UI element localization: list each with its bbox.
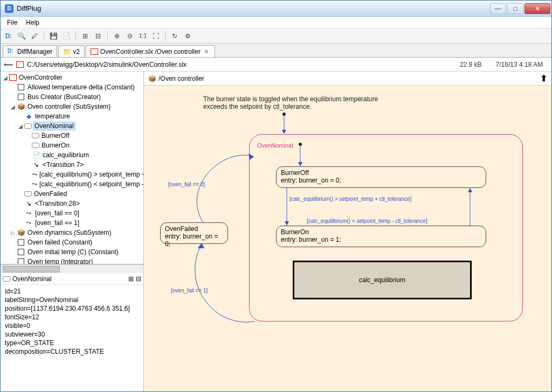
- menu-file[interactable]: File: [3, 18, 22, 27]
- function-icon: 📄: [32, 151, 40, 159]
- state-name: BurnerOn: [281, 228, 481, 236]
- tree-node-selected[interactable]: OvenNominal: [33, 122, 75, 130]
- refresh-icon[interactable]: ↻: [169, 30, 181, 42]
- nav-back-icon[interactable]: ⟸: [4, 61, 13, 68]
- property-row: fontSize=12: [5, 313, 139, 321]
- breadcrumb-path[interactable]: /Oven controller: [156, 75, 204, 82]
- tree-node[interactable]: OvenFailed: [33, 190, 68, 198]
- tree-node[interactable]: temperature: [34, 113, 71, 120]
- tree-node[interactable]: <Transition 7>: [42, 161, 85, 169]
- tree-node[interactable]: Oven dynamics (SubSystem): [26, 229, 112, 236]
- expand-icon[interactable]: ⊞: [128, 275, 134, 283]
- workspace: ◢OvenController Allowed temperature delt…: [1, 72, 551, 392]
- tree-node[interactable]: calc_equilibrium: [42, 151, 90, 159]
- menu-bar: File Help: [1, 17, 551, 29]
- zoom-actual-icon[interactable]: 1:1: [137, 30, 149, 42]
- state-burneron[interactable]: BurnerOn entry: burner_on = 1;: [276, 226, 486, 247]
- transition-label[interactable]: [oven_fail == 0]: [168, 181, 205, 187]
- tree-node[interactable]: Oven failed (Constant): [26, 239, 93, 246]
- wand-icon[interactable]: 🖊: [29, 30, 40, 42]
- zoom-in-icon[interactable]: ⊕: [111, 30, 123, 42]
- tree-node[interactable]: Oven controller (SubSystem): [26, 103, 112, 110]
- minimize-button[interactable]: —: [490, 3, 506, 14]
- state-icon: [3, 276, 10, 282]
- main-toolbar: D: 🔍 🖊 💾 📄 ⊞ ⊟ ⊕ ⊖ 1:1 ⛶ ↻ ⚙: [1, 29, 551, 44]
- block-icon: [17, 248, 25, 256]
- state-name: BurnerOff: [281, 169, 481, 177]
- tree-node[interactable]: [calc_equilibrium() < setpoint_temp - ct…: [38, 180, 143, 188]
- diagram-annotation: The burner state is toggled when the equ…: [203, 95, 378, 110]
- tree-node[interactable]: Bus Creator (BusCreator): [26, 93, 102, 101]
- tab-diffmanager[interactable]: D: DiffManager: [3, 45, 57, 57]
- state-icon: [24, 123, 32, 129]
- tab-ovencontroller[interactable]: OvenController.slx /Oven controller ✕: [86, 45, 215, 57]
- close-button[interactable]: ✕: [525, 3, 550, 14]
- tree-h-scrollbar[interactable]: [1, 264, 143, 273]
- diagram-breadcrumb: 📦 /Oven controller ⬆: [144, 72, 551, 86]
- property-row: decomposition=CLUSTER_STATE: [5, 347, 139, 356]
- zoom-fit-icon[interactable]: ⛶: [150, 30, 162, 42]
- state-icon: [32, 133, 39, 138]
- state-name: OvenFailed: [165, 225, 223, 233]
- state-ovenfailed[interactable]: OvenFailed entry: burner_on = 0;: [160, 222, 228, 244]
- tree-node[interactable]: Allowed temperature delta (Constant): [26, 83, 136, 91]
- subsystem-icon: 📦: [17, 103, 25, 110]
- file-date: 7/16/13 4:18 AM: [491, 61, 548, 68]
- property-row: position=[1137.6194 230.4763 456.6 351.6…: [5, 304, 139, 313]
- collapse-icon[interactable]: ⊟: [92, 30, 104, 42]
- transition-icon: ⤳: [32, 171, 37, 178]
- model-tree[interactable]: ◢OvenController Allowed temperature delt…: [1, 72, 143, 264]
- expand-icon[interactable]: ⊞: [79, 30, 91, 42]
- window-title: DiffPlug: [17, 4, 490, 12]
- state-icon: [32, 143, 39, 148]
- save-icon[interactable]: 💾: [47, 30, 59, 42]
- tree-node[interactable]: [calc_equilibrium() > setpoint_temp + ct…: [38, 171, 143, 178]
- collapse-icon[interactable]: ⊟: [136, 275, 141, 283]
- left-panel: ◢OvenController Allowed temperature delt…: [1, 72, 144, 392]
- tree-node[interactable]: [oven_fail == 0]: [34, 209, 80, 217]
- transition-label[interactable]: [oven_fail == 1]: [171, 288, 208, 293]
- maximize-button[interactable]: □: [507, 3, 523, 14]
- tree-node[interactable]: BurnerOn: [40, 142, 71, 149]
- tab-label: v2: [73, 48, 80, 55]
- state-burneroff[interactable]: BurnerOff entry: burner_on = 0;: [276, 166, 486, 188]
- navigate-up-icon[interactable]: ⬆: [540, 73, 547, 83]
- property-row: subviewer=30: [5, 330, 139, 339]
- tree-node[interactable]: <Transition 28>: [34, 200, 81, 207]
- block-icon: [17, 239, 25, 246]
- properties-list[interactable]: id=21 labelString=OvenNominal position=[…: [1, 285, 143, 392]
- tree-node[interactable]: BurnerOff: [40, 132, 71, 139]
- diffplug-icon[interactable]: D:: [3, 30, 15, 42]
- zoom-out-icon[interactable]: ⊖: [124, 30, 136, 42]
- close-tab-icon[interactable]: ✕: [203, 48, 210, 55]
- diagram-panel: 📦 /Oven controller ⬆ The burner state is…: [144, 72, 551, 392]
- tree-node[interactable]: OvenController: [18, 74, 64, 81]
- tree-node[interactable]: Oven initial temp (C) (Constant): [26, 248, 120, 256]
- state-entry: entry: burner_on = 1;: [281, 236, 481, 243]
- transition-icon: ⤳: [24, 209, 33, 217]
- tab-label: OvenController.slx /Oven controller: [100, 48, 201, 55]
- properties-header: OvenNominal ⊞ ⊟: [1, 273, 143, 285]
- state-entry: entry: burner_on = 0;: [281, 177, 481, 184]
- gear-icon[interactable]: ⚙: [182, 30, 194, 42]
- simulink-file-icon: [16, 61, 24, 68]
- function-calc-equilibrium[interactable]: calc_equilibrium: [293, 261, 472, 299]
- tab-v2[interactable]: 📁 v2: [58, 45, 85, 57]
- tree-node[interactable]: [oven_fail == 1]: [34, 219, 80, 227]
- transition-icon: ↘: [24, 200, 33, 207]
- transition-label[interactable]: [calc_equilibrium() < setpoint_temp - ct…: [307, 218, 427, 224]
- state-icon: [24, 191, 32, 197]
- simulink-model-icon: [9, 74, 17, 81]
- editor-tab-bar: D: DiffManager 📁 v2 OvenController.slx /…: [1, 44, 551, 58]
- diagram-canvas[interactable]: The burner state is toggled when the equ…: [144, 86, 551, 392]
- tree-node[interactable]: Oven temp (Integrator): [26, 258, 94, 264]
- port-icon: ◆: [24, 113, 33, 120]
- window-titlebar: D DiffPlug — □ ✕: [1, 1, 551, 17]
- transition-label[interactable]: [calc_equilibrium() > setpoint_temp + ct…: [289, 196, 411, 202]
- property-row: visible=0: [5, 321, 139, 330]
- save-as-icon[interactable]: 📄: [60, 30, 72, 42]
- search-icon[interactable]: 🔍: [16, 30, 27, 42]
- subsystem-icon: 📦: [148, 75, 156, 82]
- file-size: 22.9 kB: [454, 61, 487, 68]
- menu-help[interactable]: Help: [22, 18, 44, 27]
